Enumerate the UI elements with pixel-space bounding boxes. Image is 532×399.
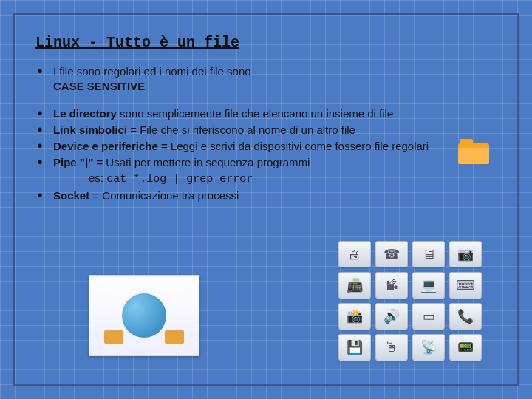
bullet-strong: Device e periferiche	[53, 140, 158, 152]
bullet-text: sono semplicemente file che elencano un …	[117, 107, 393, 120]
device-icon: 📞	[449, 303, 482, 330]
bullet-item: Socket = Comunicazione tra processi	[35, 188, 497, 203]
bullet-strong: Le directory	[53, 107, 117, 120]
bullet-list: I file sono regolari ed i nomi dei file …	[35, 64, 497, 203]
bullet-text: = Comunicazione tra processi	[89, 189, 239, 202]
device-icon: 🔊	[375, 303, 408, 330]
bullet-strong: Pipe "|"	[53, 156, 93, 168]
globe-network-icon	[89, 275, 200, 356]
bullet-strong: CASE SENSITIVE	[53, 80, 145, 92]
bullet-strong: Socket	[53, 189, 89, 202]
slide-frame: Linux - Tutto è un file I file sono rego…	[13, 13, 519, 386]
device-icon: 📷	[449, 241, 482, 267]
bullet-text: = Leggi e scrivi da dispositivi come fos…	[158, 140, 429, 152]
bullet-example: es: cat *.log | grep error	[53, 171, 497, 187]
device-icon: 💻	[412, 272, 445, 299]
device-icon: 🖨	[338, 241, 371, 267]
device-icon: 📟	[449, 334, 482, 361]
device-icon: 💾	[338, 334, 371, 361]
example-code: cat *.log | grep error	[106, 173, 253, 185]
device-icon: ⌨	[449, 272, 482, 299]
slide-title: Linux - Tutto è un file	[35, 34, 497, 51]
folder-icon	[458, 139, 489, 164]
bullet-strong: Link simbolici	[53, 123, 127, 136]
device-icon: ☎	[375, 241, 408, 267]
bullet-item: Le directory sono semplicemente file che…	[35, 106, 497, 121]
bullet-item: Pipe "|" = Usati per mettere in sequenza…	[35, 155, 497, 187]
example-label: es:	[89, 171, 106, 184]
device-icon: 📽	[375, 272, 408, 299]
device-icon: 📸	[338, 303, 371, 330]
bullet-text: = File che si riferiscono al nome di un …	[127, 123, 355, 136]
bullet-text: I file sono regolari ed i nomi dei file …	[53, 65, 251, 78]
bullet-text: = Usati per mettere in sequenza programm…	[93, 156, 310, 168]
bullet-item: Device e periferiche = Leggi e scrivi da…	[35, 139, 497, 154]
device-grid-icon: 🖨 ☎ 🖥 📷 📠 📽 💻 ⌨ 📸 🔊 ▭ 📞 💾 🖱 📡 📟	[338, 241, 486, 361]
device-icon: ▭	[412, 303, 445, 330]
device-icon: 📡	[412, 334, 445, 361]
bullet-item: I file sono regolari ed i nomi dei file …	[35, 64, 497, 95]
bullet-item: Link simbolici = File che si riferiscono…	[35, 123, 497, 137]
device-icon: 🖥	[412, 241, 445, 267]
device-icon: 🖱	[375, 334, 408, 361]
device-icon: 📠	[338, 272, 371, 299]
